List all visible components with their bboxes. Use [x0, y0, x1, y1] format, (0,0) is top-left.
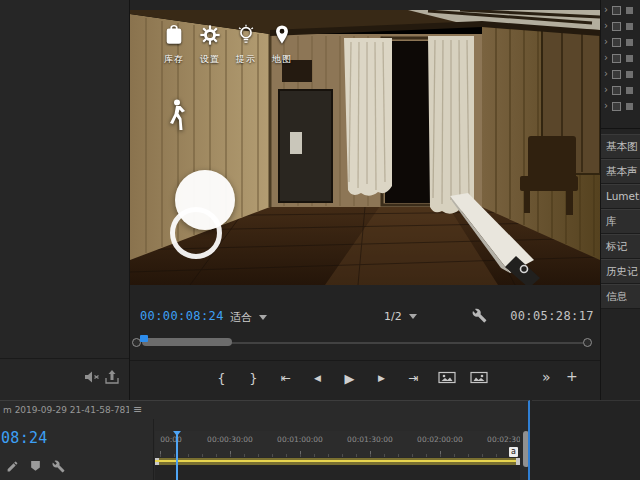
timeline-settings-button[interactable]: [52, 460, 65, 473]
walking-person-icon: [166, 98, 186, 134]
hud-label: 提示: [236, 53, 256, 66]
bin-item[interactable]: ›: [601, 34, 640, 50]
timeline-scrollbar[interactable]: [523, 431, 529, 467]
extract-button[interactable]: [470, 371, 485, 386]
gear-icon: [199, 24, 221, 50]
timeline-marker-button[interactable]: [29, 460, 42, 473]
ruler-label: 00:01:00:00: [277, 435, 323, 444]
hint-button[interactable]: 提示: [228, 24, 264, 66]
timeline-timecode[interactable]: 08:24: [1, 429, 48, 447]
program-monitor-panel: 库存 设置 提示 地图 00:00:08:24 适合: [130, 0, 600, 400]
joystick-ring[interactable]: [170, 207, 222, 259]
add-button[interactable]: +: [566, 368, 578, 384]
ruler-tick: [440, 451, 441, 457]
ruler-label: 00:02:00:00: [417, 435, 463, 444]
timeline-tracks[interactable]: [155, 465, 520, 480]
monitor-scrubber: [130, 334, 600, 350]
tab-lumetri[interactable]: Lumetr: [601, 184, 640, 209]
export-button[interactable]: [104, 369, 120, 385]
folder-icon: [612, 102, 621, 111]
trackhead-divider: [153, 419, 154, 480]
settings-button[interactable]: 设置: [192, 24, 228, 66]
inventory-button[interactable]: 库存: [156, 24, 192, 66]
chevron-right-icon: ›: [604, 85, 608, 95]
folder-icon: [612, 54, 621, 63]
map-button[interactable]: 地图: [264, 24, 300, 66]
program-monitor-video[interactable]: 库存 设置 提示 地图: [130, 10, 600, 285]
go-to-in-button[interactable]: ⇤: [278, 372, 293, 384]
folder-icon: [612, 6, 621, 15]
ruler-label: 00:00:30:00: [207, 435, 253, 444]
fit-dropdown[interactable]: 适合: [230, 310, 267, 325]
tab-essential-graphics[interactable]: 基本图: [601, 134, 640, 159]
bin-item[interactable]: ›: [601, 82, 640, 98]
chevron-right-icon: ›: [604, 37, 608, 47]
ruler-label: 00:02:30:00: [487, 435, 520, 444]
scrubber-playhead[interactable]: [140, 335, 148, 342]
scrubber-right-knob[interactable]: [583, 338, 592, 347]
bin-item[interactable]: ›: [601, 98, 640, 114]
monitor-settings-button[interactable]: [472, 308, 487, 327]
tab-info[interactable]: 信息: [601, 284, 640, 309]
lift-button[interactable]: [438, 371, 453, 386]
chevron-right-icon: ›: [604, 101, 608, 111]
ruler-tick: [370, 451, 371, 457]
mute-button[interactable]: [84, 369, 100, 385]
bin-item[interactable]: ›: [601, 66, 640, 82]
timeline-ruler[interactable]: 00:00 00:00:30:00 00:01:00:00 00:01:30:0…: [155, 431, 520, 457]
ruler-label: 00:01:30:00: [347, 435, 393, 444]
bin-tree: › › › › › › ›: [601, 2, 640, 114]
monitor-controls: 00:00:08:24 适合 1/2 00:05:28:17: [130, 306, 600, 330]
timeline-panel: m 2019-09-29 21-41-58-781 ≡ 08:24 00:00 …: [0, 400, 530, 480]
more-buttons-chevron[interactable]: »: [542, 369, 551, 385]
pen-icon: [8, 462, 18, 472]
panel-menu-icon[interactable]: ≡: [133, 403, 142, 416]
timeline-playhead[interactable]: [176, 431, 178, 480]
tab-libraries[interactable]: 库: [601, 209, 640, 234]
duration-timecode: 00:05:28:17: [510, 309, 594, 323]
tab-history[interactable]: 历史记: [601, 259, 640, 284]
chevron-down-icon: [409, 314, 417, 319]
marker-badge[interactable]: a: [509, 447, 518, 457]
playback-resolution-dropdown[interactable]: 1/2: [384, 310, 417, 323]
ruler-tick: [160, 451, 161, 457]
bin-item[interactable]: ›: [601, 2, 640, 18]
tab-essential-sound[interactable]: 基本声: [601, 159, 640, 184]
folder-icon: [612, 70, 621, 79]
chevron-right-icon: ›: [604, 53, 608, 63]
play-button[interactable]: ▶: [342, 372, 357, 385]
scrubber-zoom-bar[interactable]: [142, 338, 232, 346]
empty-panel: [532, 400, 640, 480]
right-sidebar: › › › › › › › 基本图 基本声 Lumetr 库 标记 历史记 信息: [600, 0, 640, 400]
premiere-app-window: 库存 设置 提示 地图 00:00:08:24 适合: [0, 0, 640, 480]
hud-label: 设置: [200, 53, 220, 66]
work-area-bar[interactable]: [155, 458, 520, 465]
step-forward-button[interactable]: ▶: [374, 374, 389, 383]
current-timecode[interactable]: 00:00:08:24: [140, 309, 224, 323]
item-thumb-icon: [626, 103, 633, 110]
map-pin-icon: [271, 24, 293, 50]
chevron-right-icon: ›: [604, 69, 608, 79]
item-thumb-icon: [626, 87, 633, 94]
item-thumb-icon: [626, 71, 633, 78]
go-to-out-button[interactable]: ⇥: [406, 372, 421, 384]
left-panel-divider: [0, 358, 129, 359]
panel-tab-stack: 基本图 基本声 Lumetr 库 标记 历史记 信息: [601, 134, 640, 309]
ruler-tick: [300, 451, 301, 457]
fit-dropdown-label: 适合: [230, 310, 252, 325]
step-back-button[interactable]: ◀: [310, 374, 325, 383]
resolution-dropdown-label: 1/2: [384, 310, 402, 323]
bin-item[interactable]: ›: [601, 50, 640, 66]
ruler-tick: [230, 451, 231, 457]
tab-markers[interactable]: 标记: [601, 234, 640, 259]
mark-out-button[interactable]: }: [246, 372, 261, 385]
work-area-right-handle[interactable]: [516, 458, 520, 465]
walk-toggle-button[interactable]: [166, 98, 186, 138]
item-thumb-icon: [626, 7, 633, 14]
mark-in-button[interactable]: {: [214, 372, 229, 385]
item-thumb-icon: [626, 39, 633, 46]
item-thumb-icon: [626, 23, 633, 30]
timeline-pen-button[interactable]: [6, 460, 19, 473]
bin-item[interactable]: ›: [601, 18, 640, 34]
bulb-icon: [235, 24, 257, 50]
